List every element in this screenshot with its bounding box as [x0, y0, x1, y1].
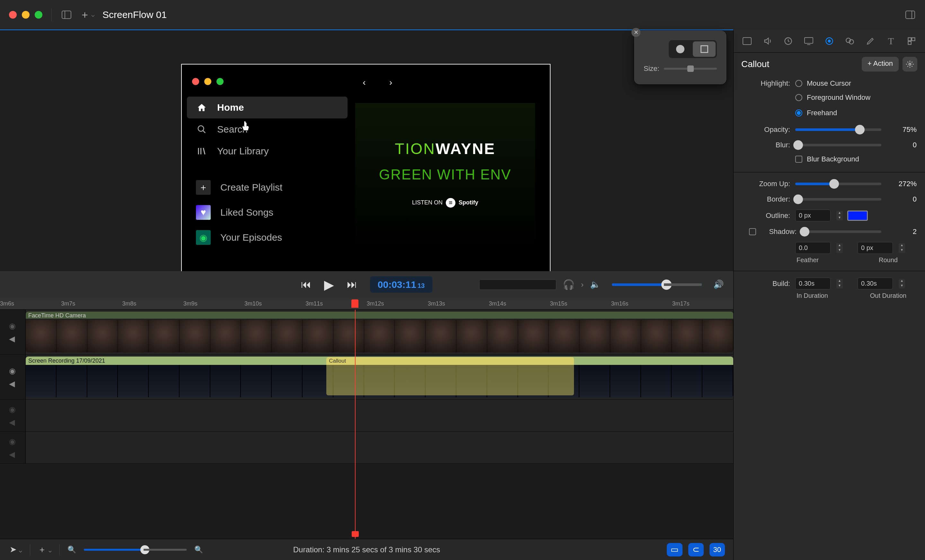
feather-input[interactable]: 0.0	[795, 242, 830, 254]
volume-slider[interactable]	[612, 283, 702, 286]
speaker-icon[interactable]: ◀	[9, 379, 17, 387]
svg-line-8	[203, 148, 205, 155]
play-button[interactable]: ▶	[324, 277, 334, 292]
preview-canvas[interactable]: ✕ Size:	[0, 30, 733, 271]
rewind-button[interactable]: ⏮	[301, 279, 311, 290]
add-menu-button[interactable]: ＋⌵	[81, 9, 93, 21]
cursor-shape-segment[interactable]	[669, 40, 717, 58]
circle-option[interactable]	[669, 40, 691, 58]
blur-value[interactable]: 0	[886, 141, 917, 149]
document-title: ScreenFlow 01	[102, 9, 167, 20]
radio-foreground-window[interactable]	[795, 94, 802, 101]
build-out-input[interactable]: 0.30s	[857, 278, 893, 290]
action-settings-button[interactable]	[902, 57, 917, 72]
shadow-slider[interactable]	[801, 230, 881, 233]
close-icon[interactable]: ✕	[631, 28, 640, 37]
size-label: Size:	[644, 65, 659, 73]
snap-button[interactable]: ⊂	[688, 543, 704, 557]
video-tab-icon[interactable]	[739, 33, 755, 49]
timeline[interactable]: 3m6s3m7s3m8s 3m9s3m10s3m11s 3m12s3m13s3m…	[0, 298, 733, 539]
zoom-up-slider[interactable]	[795, 183, 881, 185]
round-stepper[interactable]: ▲▼	[899, 243, 905, 253]
timecode-display[interactable]: 00:03:1113	[370, 276, 432, 293]
headphones-icon[interactable]: 🎧	[563, 279, 575, 290]
clip-screen-recording[interactable]: Screen Recording 17/09/2021 Callout	[26, 357, 733, 397]
screenrec-tab-icon[interactable]	[780, 33, 796, 49]
forward-button[interactable]: ⏭	[347, 279, 357, 290]
text-tab-icon[interactable]: T	[883, 33, 899, 49]
svg-rect-17	[908, 38, 911, 41]
panels-toggle-icon[interactable]	[904, 9, 916, 21]
media-tab-icon[interactable]	[904, 33, 919, 49]
annotate-tab-icon[interactable]	[863, 33, 878, 49]
shadow-checkbox[interactable]	[749, 228, 756, 235]
radio-mouse-cursor[interactable]	[795, 80, 802, 87]
eye-icon[interactable]: ◉	[9, 366, 17, 374]
blur-background-checkbox[interactable]	[795, 156, 802, 163]
playhead-handle[interactable]	[351, 299, 359, 308]
add-action-button[interactable]: + Action	[862, 57, 899, 72]
feather-stepper[interactable]: ▲▼	[836, 243, 843, 253]
time-ruler[interactable]: 3m6s3m7s3m8s 3m9s3m10s3m11s 3m12s3m13s3m…	[0, 298, 733, 310]
playhead-line[interactable]	[355, 310, 356, 539]
track-empty-1[interactable]: ◉◀	[0, 399, 733, 432]
speaker-icon[interactable]: ◀	[9, 335, 17, 342]
opacity-slider[interactable]	[795, 128, 881, 131]
track-screen[interactable]: ◉ ◀ Screen Recording 17/09/2021 Callout	[0, 354, 733, 399]
track-camera[interactable]: ◉ ◀ FaceTime HD Camera	[0, 310, 733, 354]
inspector-tabs: T	[734, 30, 925, 53]
monitor-tab-icon[interactable]	[801, 33, 817, 49]
border-value[interactable]: 0	[886, 195, 917, 203]
build-in-input[interactable]: 0.30s	[795, 278, 830, 290]
border-slider[interactable]	[795, 198, 881, 201]
spotify-window: Home Search Your Library	[182, 65, 550, 294]
touch-tab-icon[interactable]	[842, 33, 857, 49]
add-track-button[interactable]: ＋ ⌵	[38, 544, 52, 555]
opacity-value[interactable]: 75%	[886, 126, 917, 134]
shadow-value[interactable]: 2	[886, 228, 917, 236]
radio-freehand[interactable]	[795, 110, 802, 117]
spotify-close-icon	[192, 78, 199, 85]
svg-point-14	[828, 40, 830, 42]
track-head-camera[interactable]: ◉ ◀	[0, 310, 26, 354]
square-option[interactable]	[693, 41, 716, 57]
bookmark-icon: ◉	[196, 230, 211, 245]
search-icon	[196, 123, 208, 135]
plus-icon: ＋	[196, 180, 211, 195]
zoom-in-icon[interactable]: 🔍	[194, 545, 203, 554]
sidebar-toggle-icon[interactable]	[61, 9, 72, 21]
audio-tab-icon[interactable]	[760, 33, 775, 49]
inspector-panel: T Callout + Action Highlight: Mouse Curs…	[733, 30, 925, 560]
selected-clip-frame[interactable]: Home Search Your Library	[181, 64, 550, 295]
zoom-out-icon[interactable]: 🔍	[68, 545, 76, 554]
zoom-up-value[interactable]: 272%	[886, 180, 917, 188]
outline-stepper[interactable]: ▲▼	[836, 211, 843, 221]
timeline-zoom-slider[interactable]	[84, 549, 187, 551]
round-input[interactable]: 0 px	[857, 242, 893, 254]
close-window-button[interactable]	[9, 11, 17, 19]
clip-camera[interactable]: FaceTime HD Camera	[26, 312, 733, 352]
callout-action-clip[interactable]: Callout	[326, 357, 574, 365]
screenshot-button[interactable]: ▭	[667, 543, 682, 557]
callout-tab-icon[interactable]	[822, 33, 837, 49]
zoom-window-button[interactable]	[35, 11, 42, 19]
size-slider[interactable]	[664, 68, 717, 70]
svg-rect-11	[804, 38, 813, 44]
fps-button[interactable]: 30	[710, 543, 725, 557]
track-head-screen[interactable]: ◉ ◀	[0, 354, 26, 399]
svg-rect-19	[908, 41, 911, 44]
cursor-size-popover[interactable]: ✕ Size:	[634, 30, 727, 85]
outline-color-swatch[interactable]	[847, 210, 868, 221]
pointer-tool-button[interactable]: ➤ ⌵	[10, 545, 22, 554]
track-empty-2[interactable]: ◉◀	[0, 432, 733, 464]
expand-icon[interactable]: ›	[581, 280, 584, 289]
minimize-window-button[interactable]	[22, 11, 30, 19]
callout-action-overlay[interactable]	[326, 365, 574, 395]
spotify-nav-library: Your Library	[187, 140, 348, 162]
window-controls	[9, 11, 42, 19]
blur-slider[interactable]	[795, 144, 881, 146]
build-in-stepper[interactable]: ▲▼	[836, 279, 843, 288]
build-out-stepper[interactable]: ▲▼	[899, 279, 905, 288]
outline-width-input[interactable]: 0 px	[795, 210, 830, 221]
eye-icon[interactable]: ◉	[9, 321, 17, 329]
